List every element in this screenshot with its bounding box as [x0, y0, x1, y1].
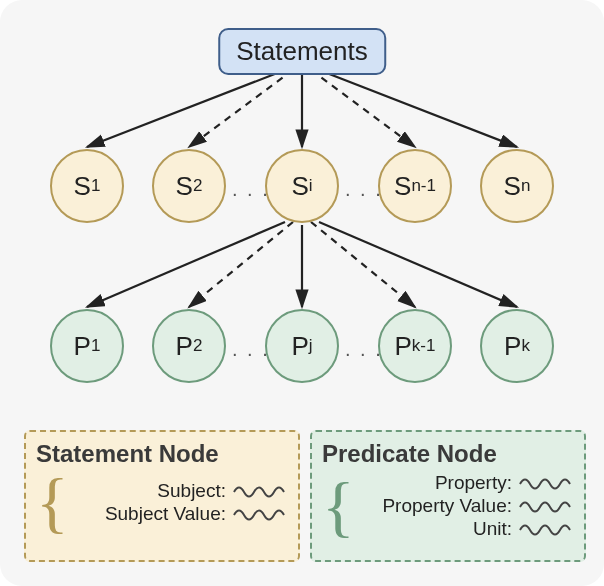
node-sub: 1	[91, 176, 100, 196]
svg-line-9	[319, 222, 517, 307]
brace-icon: {	[36, 472, 69, 532]
ellipsis: . . .	[232, 178, 270, 201]
predicate-node-pk: Pk	[480, 309, 554, 383]
ellipsis: . . .	[232, 338, 270, 361]
predicate-node-p1: P1	[50, 309, 124, 383]
node-sub: k-1	[412, 336, 436, 356]
predicate-node-pj: Pj	[265, 309, 339, 383]
root-statements: Statements	[218, 28, 386, 75]
node-sub: j	[309, 336, 313, 356]
ellipsis: . . .	[345, 178, 383, 201]
node-sub: i	[309, 176, 313, 196]
svg-line-6	[189, 222, 293, 307]
svg-line-4	[319, 70, 517, 147]
statement-node-s1: S1	[50, 149, 124, 223]
node-label: P	[395, 331, 412, 362]
node-label: S	[504, 171, 521, 202]
brace-icon: {	[322, 476, 355, 536]
statement-node-s2: S2	[152, 149, 226, 223]
svg-line-0	[87, 70, 285, 147]
squiggle-icon	[518, 522, 574, 536]
legend-field: Subject Value:	[105, 503, 226, 525]
node-label: P	[504, 331, 521, 362]
svg-line-5	[87, 222, 285, 307]
squiggle-icon	[518, 476, 574, 490]
node-label: S	[176, 171, 193, 202]
legend-statement-node: Statement Node { Subject: Subject Value:	[24, 430, 300, 562]
legend-field: Property:	[435, 472, 512, 494]
node-sub: 1	[91, 336, 100, 356]
svg-line-8	[311, 222, 415, 307]
svg-line-1	[189, 70, 293, 147]
legend-title: Predicate Node	[322, 440, 574, 468]
root-label: Statements	[236, 36, 368, 66]
node-sub: n	[521, 176, 530, 196]
predicate-node-pk1: Pk-1	[378, 309, 452, 383]
statement-node-sn: Sn	[480, 149, 554, 223]
diagram-canvas: Statements S1 S2 Si Sn-1 Sn . . . . . . …	[0, 0, 604, 586]
legend-field: Unit:	[473, 518, 512, 540]
legend-field: Property Value:	[382, 495, 512, 517]
node-sub: 2	[193, 336, 202, 356]
legend-title: Statement Node	[36, 440, 288, 468]
node-sub: k	[521, 336, 530, 356]
node-label: S	[74, 171, 91, 202]
node-label: S	[394, 171, 411, 202]
legend-field: Subject:	[157, 480, 226, 502]
svg-line-3	[311, 70, 415, 147]
node-label: S	[291, 171, 308, 202]
node-label: P	[176, 331, 193, 362]
squiggle-icon	[518, 499, 574, 513]
node-label: P	[74, 331, 91, 362]
squiggle-icon	[232, 484, 288, 498]
node-label: P	[291, 331, 308, 362]
node-sub: 2	[193, 176, 202, 196]
squiggle-icon	[232, 507, 288, 521]
ellipsis: . . .	[345, 338, 383, 361]
statement-node-si: Si	[265, 149, 339, 223]
node-sub: n-1	[411, 176, 436, 196]
predicate-node-p2: P2	[152, 309, 226, 383]
statement-node-sn1: Sn-1	[378, 149, 452, 223]
legend-predicate-node: Predicate Node { Property: Property Valu…	[310, 430, 586, 562]
